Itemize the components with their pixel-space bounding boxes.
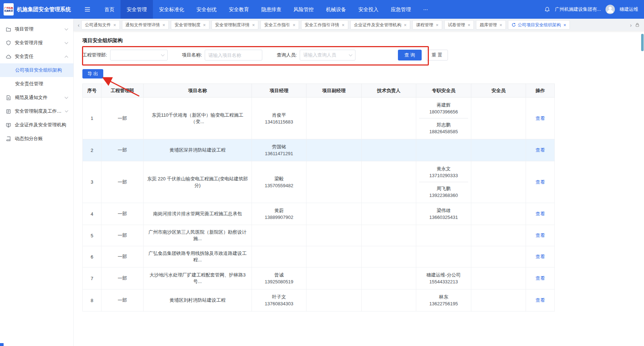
tab-公司项目安全组织架构[interactable]: 公司项目安全组织架构× <box>508 20 570 30</box>
person-phone: 13710290333 <box>419 172 468 179</box>
cell-fulltime: 蒋建辉18007396656郑志鹏18826458585 <box>416 98 471 139</box>
tab-bar-tabs: 公司通知文件×通知文件管理详情×安全管理制度×安全管理制度详情×安全工作指引×安… <box>81 20 628 30</box>
view-link[interactable]: 查看 <box>536 254 545 259</box>
person-phone: 18007396656 <box>419 108 468 115</box>
sidebar-item-项目管理[interactable]: 项目管理 <box>0 22 73 36</box>
view-link[interactable]: 查看 <box>536 275 545 281</box>
tab-close-icon[interactable]: × <box>252 23 255 27</box>
nav-item-安全标准化[interactable]: 安全标准化 <box>153 0 190 19</box>
view-link[interactable]: 查看 <box>536 179 545 185</box>
app-title: 机施集团安全管理系统 <box>17 6 71 13</box>
cell-no: 2 <box>83 139 101 161</box>
tab-题库管理[interactable]: 题库管理× <box>476 20 506 30</box>
sidebar-item-规范及通知文件[interactable]: 规范及通知文件 <box>0 91 73 104</box>
view-link[interactable]: 查看 <box>536 211 545 216</box>
cell-dept: 一部 <box>101 289 144 311</box>
bottom-left-marker <box>0 343 4 346</box>
notification-bell-icon[interactable] <box>544 6 550 13</box>
nav-item-安全管理[interactable]: 安全管理 <box>121 0 153 19</box>
tab-公司通知文件[interactable]: 公司通知文件× <box>81 20 120 30</box>
person-select[interactable]: 请输入查询人员 <box>300 50 355 60</box>
company-name[interactable]: 广州机施建设集团有... <box>555 6 601 13</box>
nav-item-隐患排查[interactable]: 隐患排查 <box>255 0 287 19</box>
nav-item-应急管理[interactable]: 应急管理 <box>385 0 417 19</box>
nav-item-首页[interactable]: 首页 <box>98 0 121 19</box>
cell-deputy <box>307 225 362 246</box>
reset-button[interactable]: 重 置 <box>426 50 448 60</box>
person-phone: 13570559482 <box>255 182 303 189</box>
avatar[interactable] <box>606 5 615 14</box>
sync-icon <box>512 23 516 27</box>
nav-item-风险管控[interactable]: 风险管控 <box>287 0 320 19</box>
table-row: 3一部东莞 220 千伏茶山输变电工程施工(变电站建筑部分)梁毅13570559… <box>83 161 555 203</box>
nav-item-安全创优[interactable]: 安全创优 <box>190 0 223 19</box>
menu-collapse-icon[interactable] <box>85 7 90 12</box>
person: 周飞鹏13922368360 <box>419 182 468 199</box>
sidebar-item-企业证件及安全管理机构[interactable]: 企业证件及安全管理机构 <box>0 118 73 132</box>
tab-通知文件管理详情[interactable]: 通知文件管理详情× <box>122 20 169 30</box>
sidebar-item-安全管理制度及工作指引[interactable]: 安全管理制度及工作指引 <box>0 104 73 118</box>
tab-close-icon[interactable]: × <box>404 23 407 27</box>
user-name[interactable]: 穗建运维 <box>620 6 638 13</box>
person-name: 梁毅 <box>255 175 303 182</box>
cell-safety <box>471 139 526 161</box>
cell-dept: 一部 <box>101 268 144 289</box>
tab-close-icon[interactable]: × <box>499 23 502 27</box>
tab-安全管理制度[interactable]: 安全管理制度× <box>171 20 209 30</box>
tab-close-icon[interactable]: × <box>436 23 439 27</box>
tab-close-icon[interactable]: × <box>292 23 295 27</box>
cell-fulltime: 穗建运维-分公司15544332213 <box>416 268 471 289</box>
chevron-down-icon <box>65 95 68 99</box>
table-row: 8一部黄埔区刘村消防站建设工程叶子文13760834303林东136227561… <box>83 289 555 311</box>
sidebar-item-动态扣分台账[interactable]: 动态扣分台账 <box>0 132 73 145</box>
search-button[interactable]: 查 询 <box>398 50 422 60</box>
sidebar-subitem-安全责任管理[interactable]: 安全责任管理 <box>0 77 73 91</box>
tab-企业证件及安全管理机构[interactable]: 企业证件及安全管理机构× <box>350 20 411 30</box>
chevron-down-icon <box>161 53 164 57</box>
nav-item-机械设备[interactable]: 机械设备 <box>320 0 352 19</box>
tab-close-icon[interactable]: × <box>203 23 206 27</box>
tab-安全工作指引详情[interactable]: 安全工作指引详情× <box>301 20 348 30</box>
sidebar-item-安全责任[interactable]: 安全责任 <box>0 50 73 63</box>
sidebar-item-安全管理月报[interactable]: 安全管理月报 <box>0 36 73 50</box>
dept-select[interactable] <box>110 50 168 60</box>
tab-close-icon[interactable]: × <box>113 23 116 27</box>
nav-item-安全教育[interactable]: 安全教育 <box>223 0 255 19</box>
view-link[interactable]: 查看 <box>536 147 545 153</box>
tab-安全工作指引[interactable]: 安全工作指引× <box>260 20 299 30</box>
person-name: 黄蔚 <box>255 207 303 214</box>
nav-item-⋯[interactable]: ⋯ <box>417 0 434 19</box>
tab-close-icon[interactable]: × <box>468 23 471 27</box>
cell-project-name: 大沙地污水处理厂扩建工程配套管网、护林路3号... <box>144 268 252 289</box>
cell-project-name: 东莞 220 千伏茶山输变电工程施工(变电站建筑部分) <box>144 161 252 203</box>
tab-试卷管理[interactable]: 试卷管理× <box>444 20 474 30</box>
cell-fulltime <box>416 139 471 161</box>
lock-icon[interactable] <box>634 22 641 27</box>
table-header-row: 序号工程管理部项目名称项目经理项目副经理技术负责人专职安全员安全员操作 <box>83 84 555 98</box>
tab-close-icon[interactable]: × <box>563 23 566 27</box>
sidebar-subitem-公司项目安全组织架构[interactable]: 公司项目安全组织架构 <box>0 63 73 77</box>
cell-action: 查看 <box>526 246 555 268</box>
tab-课程管理[interactable]: 课程管理× <box>412 20 442 30</box>
view-link[interactable]: 查看 <box>536 116 545 121</box>
cell-manager <box>252 246 307 268</box>
tabs-scroll-left-icon[interactable]: ‹ <box>76 22 81 28</box>
view-link[interactable]: 查看 <box>536 297 545 303</box>
scrollbar-thumb[interactable] <box>641 34 644 51</box>
table-row: 1一部东莞110千伏靖海（新区中）输变电工程施工（变...肖俊平13416115… <box>83 98 555 139</box>
tab-close-icon[interactable]: × <box>342 23 345 27</box>
tabs-scroll-right-icon[interactable]: › <box>628 22 634 28</box>
cell-project-name: 东莞110千伏靖海（新区中）输变电工程施工（变... <box>144 98 252 139</box>
view-link[interactable]: 查看 <box>536 233 545 238</box>
sidebar-item-label: 安全管理月报 <box>15 40 43 46</box>
tab-安全管理制度详情[interactable]: 安全管理制度详情× <box>212 20 259 30</box>
project-name-input[interactable] <box>205 50 262 60</box>
person-name: 黄永文 <box>419 165 468 172</box>
person: 黄永文13710290333 <box>419 165 468 179</box>
person: 肖俊平13416115683 <box>255 112 303 125</box>
tab-close-icon[interactable]: × <box>163 23 165 27</box>
dept-filter-label: 工程管理部: <box>82 52 107 58</box>
cell-tech <box>362 161 416 203</box>
export-button[interactable]: 导 出 <box>82 69 103 78</box>
nav-item-安全投入[interactable]: 安全投入 <box>352 0 385 19</box>
